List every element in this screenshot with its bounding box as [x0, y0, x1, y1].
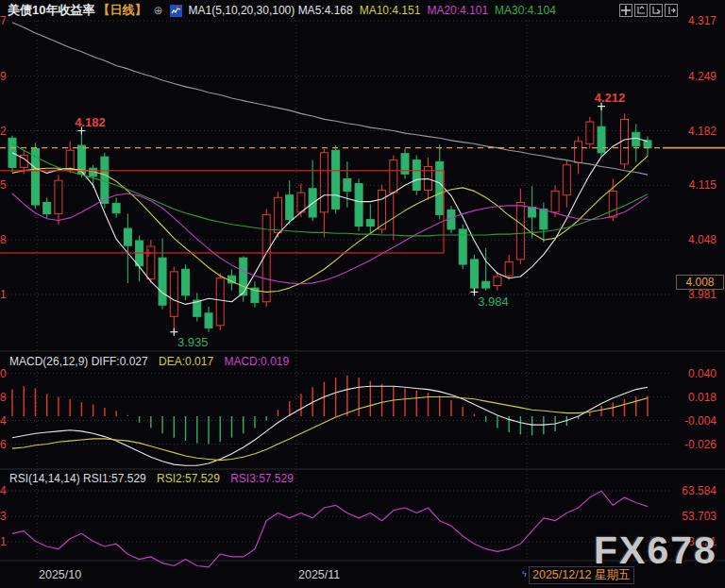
candle[interactable] — [320, 153, 328, 212]
candle[interactable] — [482, 281, 490, 288]
candle[interactable] — [529, 208, 536, 217]
date-marker-icon: ϟ — [522, 569, 527, 579]
macd-axis-label: 0.040 — [666, 367, 717, 380]
rsi-axis-label-clipped: 4 — [0, 484, 7, 497]
ma-line-ma10 — [12, 156, 648, 292]
price-box-label: 4.008 — [676, 275, 724, 290]
ma20-value: MA20:4.101 — [427, 4, 488, 17]
date-label: 2025/11 — [298, 568, 340, 581]
macd-header: MACD(26,12,9) DIFF:0.027 DEA:0.017 MACD:… — [9, 355, 289, 368]
macd-axis-label-clipped: 0 — [0, 367, 7, 380]
macd-axis-label: -0.026 — [666, 438, 717, 451]
candle[interactable] — [216, 278, 224, 326]
macd-axis-label: 0.018 — [666, 391, 717, 404]
candle[interactable] — [470, 260, 478, 288]
toolbar: 美债10年收益率 【日线】 ⊕ MA1(5,10,20,30,100) MA5:… — [0, 0, 725, 21]
candle[interactable] — [516, 202, 524, 259]
candle[interactable] — [159, 258, 166, 305]
y-axis-label-clipped: 1 — [0, 288, 7, 301]
rsi-header: RSI(14,14,14) RSI1:57.529 RSI2:57.529 RS… — [9, 472, 294, 485]
y-axis-label: 4.048 — [666, 233, 717, 246]
y-axis-label: 4.115 — [666, 178, 717, 192]
high-annotation: 4.182 — [75, 115, 106, 129]
macd-diff-line — [12, 386, 648, 465]
candle[interactable] — [644, 141, 651, 148]
candle[interactable] — [124, 228, 131, 245]
macd-axis-label-clipped: 4 — [0, 414, 7, 428]
watermark: FX678 — [594, 529, 717, 573]
candle[interactable] — [297, 193, 305, 212]
rsi-axis-label-clipped: 1 — [0, 535, 7, 548]
candle[interactable] — [43, 202, 51, 213]
rsi-axis-label-clipped: 3 — [0, 510, 7, 523]
y-axis-label-clipped: 2 — [0, 125, 7, 138]
candle[interactable] — [494, 277, 501, 285]
candle[interactable] — [182, 269, 190, 295]
y-axis-label: 3.981 — [666, 288, 717, 301]
period-selector[interactable]: 【日线】 — [97, 2, 146, 19]
candle[interactable] — [390, 160, 397, 193]
candle[interactable] — [66, 150, 74, 169]
y-axis-label: 4.249 — [666, 70, 717, 83]
candle[interactable] — [205, 313, 212, 328]
date-label: 2025/10 — [39, 568, 81, 581]
macd-axis-label-clipped: 8 — [0, 391, 7, 404]
drawn-rectangle[interactable] — [0, 171, 444, 253]
candle[interactable] — [436, 161, 444, 214]
y-axis-label: 4.182 — [666, 125, 717, 138]
rsi-axis-label: 63.584 — [666, 484, 717, 497]
candle[interactable] — [575, 142, 582, 162]
candle[interactable] — [355, 184, 362, 227]
macd-axis-label: -0.004 — [666, 414, 717, 428]
y-axis-label-clipped: 8 — [0, 233, 7, 246]
instrument-title: 美债10年收益率 — [8, 2, 94, 19]
macd-axis-label-clipped: 6 — [0, 438, 7, 451]
candle[interactable] — [598, 126, 605, 153]
candle[interactable] — [286, 195, 294, 220]
y-axis-label-clipped: 9 — [0, 70, 7, 83]
high-annotation: 4.212 — [595, 91, 626, 105]
ma-settings-label: MA1(5,10,20,30,100) MA5:4.168 — [189, 4, 353, 17]
candle[interactable] — [505, 261, 513, 276]
rsi-line — [12, 491, 648, 567]
ma-line-ma100 — [12, 23, 648, 175]
candle[interactable] — [551, 191, 559, 211]
candle[interactable] — [112, 203, 120, 212]
candle[interactable] — [274, 197, 281, 232]
add-indicator-icon[interactable]: ⊕ — [153, 4, 162, 17]
low-annotation: 3.935 — [177, 335, 209, 349]
macd-dea-line — [12, 397, 648, 461]
candle[interactable] — [609, 191, 616, 217]
rsi-axis-label: 53.703 — [666, 510, 717, 523]
y-axis-label-clipped: 5 — [0, 178, 7, 192]
candle[interactable] — [586, 122, 594, 143]
candle[interactable] — [540, 209, 548, 229]
chart-canvas[interactable] — [0, 0, 725, 588]
ma30-value: MA30:4.104 — [495, 4, 556, 17]
ma10-value: MA10:4.151 — [360, 4, 421, 17]
chart-type-icon[interactable] — [170, 5, 182, 17]
candle[interactable] — [344, 178, 351, 191]
candle[interactable] — [413, 160, 420, 191]
trading-terminal: 美债10年收益率 【日线】 ⊕ MA1(5,10,20,30,100) MA5:… — [0, 0, 725, 588]
candle[interactable] — [332, 150, 340, 209]
candle[interactable] — [240, 258, 247, 295]
low-annotation: 3.984 — [478, 294, 509, 309]
candle[interactable] — [366, 220, 374, 227]
candle[interactable] — [563, 165, 570, 195]
